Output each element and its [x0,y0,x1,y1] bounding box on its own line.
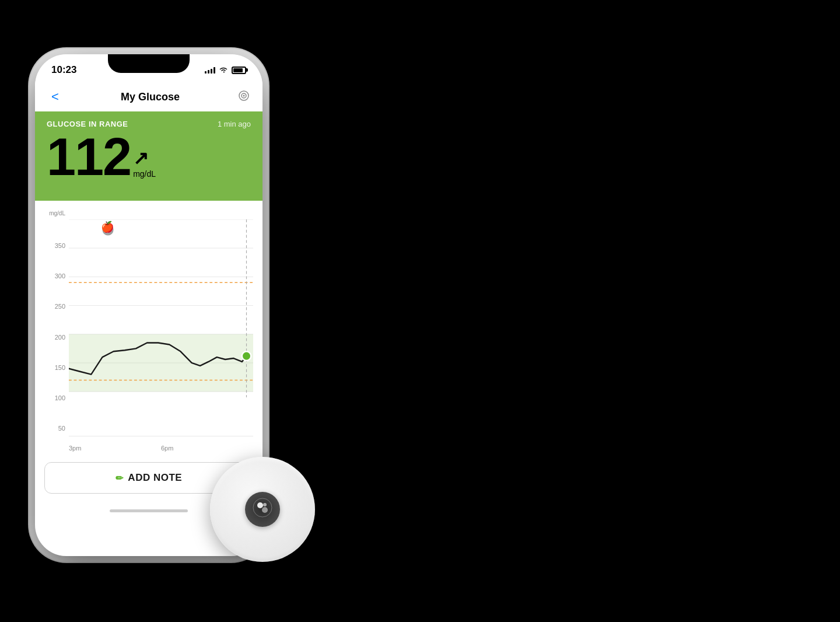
glucose-label: GLUCOSE IN RANGE [47,120,128,128]
x-label-6pm: 6pm [161,445,173,452]
glucose-trend-arrow: ↗ [133,147,156,169]
svg-point-19 [263,503,267,506]
phone-mockup: 10:23 [35,54,280,579]
y-label-50: 50 [44,425,69,432]
y-label-100: 100 [44,394,69,401]
signal-icon [205,67,215,74]
svg-point-16 [253,498,272,517]
nav-bar: < My Glucose [35,82,262,111]
y-label-300: 300 [44,272,69,279]
sound-button[interactable] [237,90,251,104]
y-label-250: 250 [44,303,69,310]
svg-point-2 [243,95,245,96]
chart-svg [69,219,253,432]
cgm-logo-symbol [252,497,273,522]
glucose-header: GLUCOSE IN RANGE 1 min ago 112 ↗ mg/dL [35,111,262,201]
wifi-icon [219,67,228,74]
chart-container: mg/dL 350 300 250 200 150 100 50 [44,210,253,455]
back-button[interactable]: < [47,87,64,107]
battery-icon [232,67,246,74]
y-unit-label: mg/dL [44,210,69,216]
pencil-icon: ✏ [116,473,124,484]
add-note-label: ADD NOTE [128,472,182,484]
status-icons [205,67,246,74]
y-label-350: 350 [44,242,69,249]
nav-title: My Glucose [64,91,237,103]
svg-point-17 [257,502,263,508]
glucose-value: 112 [47,131,131,183]
y-axis: mg/dL 350 300 250 200 150 100 50 [44,210,69,432]
food-marker: 🍎 [101,221,114,233]
chart-area: mg/dL 350 300 250 200 150 100 50 [35,201,262,455]
glucose-unit: mg/dL [133,169,156,179]
x-label-3pm: 3pm [69,445,81,452]
glucose-arrow-unit: ↗ mg/dL [133,147,156,179]
y-label-200: 200 [44,334,69,341]
svg-point-18 [262,507,268,513]
status-time: 10:23 [51,64,76,76]
cgm-logo [245,492,280,527]
glucose-time-ago: 1 min ago [218,120,251,128]
y-label-150: 150 [44,364,69,371]
cgm-device [210,457,315,562]
svg-point-14 [242,351,251,361]
chart-plot: 🍎 [69,219,253,432]
home-bar [110,509,188,512]
x-axis: 3pm 6pm [69,434,253,455]
phone-notch [108,54,190,73]
